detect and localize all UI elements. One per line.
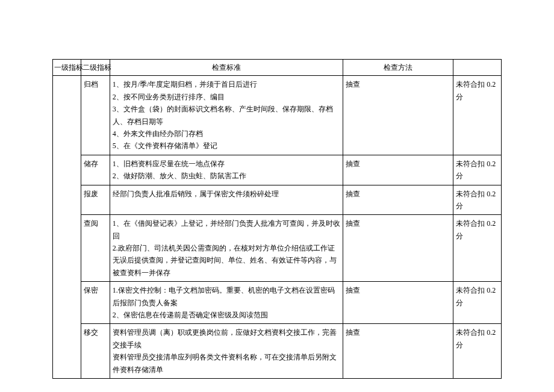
cell-standard: 1、按月/季/年度定期归档，并须于首日后进行2、按不同业务类别进行排序、编目3、…	[110, 76, 343, 155]
cell-level2: 报废	[81, 185, 110, 215]
table-row: 报废 经部门负责人批准后销毁，属于保密文件须粉碎处理 抽查 未符合扣 0.2 分	[53, 185, 502, 215]
cell-score: 未符合扣 0.2 分	[453, 282, 502, 324]
cell-standard: 资料管理员调（离）职或更换岗位前，应做好文档资料交接工作，完善交接手续资料管理员…	[110, 324, 343, 379]
cell-method: 抽查	[343, 215, 453, 282]
header-level1: 一级指标	[53, 60, 81, 76]
table-row: 保密 1.保密文件控制：电子文档加密码。重要、机密的电子文档在设置密码后报部门负…	[53, 282, 502, 324]
cell-method: 抽查	[343, 76, 453, 155]
inspection-table: 一级指标 二级指标 检查标准 检查方法 归档 1、按月/季/年度定期归档，并须于…	[52, 59, 502, 379]
cell-method: 抽查	[343, 185, 453, 215]
cell-level2: 保密	[81, 282, 110, 324]
cell-score: 未符合扣 0.2 分	[453, 155, 502, 185]
cell-score: 未符合扣 0.2 分	[453, 76, 502, 155]
cell-level2: 查阅	[81, 215, 110, 282]
cell-method: 抽查	[343, 324, 453, 379]
cell-level2: 移交	[81, 324, 110, 379]
header-score	[453, 60, 502, 76]
cell-score: 未符合扣 0.2 分	[453, 215, 502, 282]
cell-standard: 1、在《借阅登记表》上登记，并经部门负责人批准方可查阅，并及时收回2.政府部门、…	[110, 215, 343, 282]
cell-method: 抽查	[343, 282, 453, 324]
header-method: 检查方法	[343, 60, 453, 76]
table-row: 移交 资料管理员调（离）职或更换岗位前，应做好文档资料交接工作，完善交接手续资料…	[53, 324, 502, 379]
cell-standard: 1.保密文件控制：电子文档加密码。重要、机密的电子文档在设置密码后报部门负责人备…	[110, 282, 343, 324]
cell-level1	[53, 76, 81, 379]
cell-score: 未符合扣 0.2 分	[453, 324, 502, 379]
table-row: 查阅 1、在《借阅登记表》上登记，并经部门负责人批准方可查阅，并及时收回2.政府…	[53, 215, 502, 282]
table-row: 归档 1、按月/季/年度定期归档，并须于首日后进行2、按不同业务类别进行排序、编…	[53, 76, 502, 155]
cell-level2: 归档	[81, 76, 110, 155]
cell-level2: 储存	[81, 155, 110, 185]
header-level2: 二级指标	[81, 60, 110, 76]
cell-standard: 经部门负责人批准后销毁，属于保密文件须粉碎处理	[110, 185, 343, 215]
table-header-row: 一级指标 二级指标 检查标准 检查方法	[53, 60, 502, 76]
header-standard: 检查标准	[110, 60, 343, 76]
table-row: 储存 1、旧档资料应尽量在统一地点保存2、做好防潮、放火、防虫蛀、防鼠害工作 抽…	[53, 155, 502, 185]
cell-score: 未符合扣 0.2 分	[453, 185, 502, 215]
cell-standard: 1、旧档资料应尽量在统一地点保存2、做好防潮、放火、防虫蛀、防鼠害工作	[110, 155, 343, 185]
cell-method: 抽查	[343, 155, 453, 185]
